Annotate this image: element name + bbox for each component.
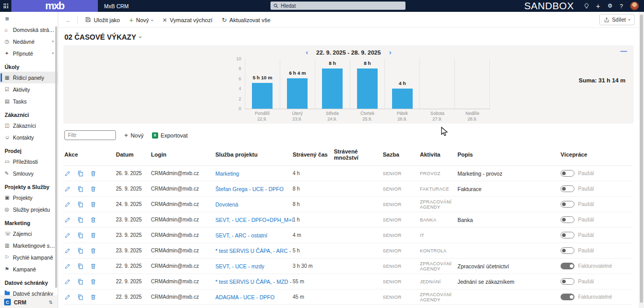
- vymazat-vychozi-button[interactable]: ✕Vymazat výchozí: [158, 15, 217, 25]
- copy-icon[interactable]: [77, 201, 83, 208]
- viceprace-toggle[interactable]: [561, 247, 574, 254]
- delete-icon[interactable]: [90, 263, 96, 269]
- sidebar-item-projekty[interactable]: ▣Projekty: [0, 192, 58, 203]
- viceprace-toggle[interactable]: [561, 263, 574, 269]
- viceprace-toggle[interactable]: [561, 185, 574, 192]
- column-header-sluzba-projektu[interactable]: Služba projektu: [215, 151, 293, 158]
- copy-icon[interactable]: [77, 170, 83, 177]
- sidebar-item-tasks[interactable]: ▤Tasks: [0, 95, 58, 107]
- area-switcher[interactable]: C CRM ⇅: [0, 296, 58, 308]
- edit-icon[interactable]: [64, 263, 71, 269]
- sidebar-scrollbar[interactable]: [55, 26, 57, 288]
- share-button[interactable]: Sdílet ›: [599, 14, 635, 25]
- sidebar-item-prilezitosti[interactable]: ▭Příležitosti: [0, 156, 58, 167]
- plus-icon[interactable]: +: [596, 3, 600, 10]
- project-service-link[interactable]: Dovolená: [215, 201, 293, 208]
- viceprace-toggle[interactable]: [561, 170, 574, 177]
- sidebar-item-rychle-kampane[interactable]: ⚐Rychlé kampaně: [0, 251, 58, 263]
- delete-icon[interactable]: [90, 232, 96, 238]
- edit-icon[interactable]: [64, 170, 71, 177]
- copy-icon[interactable]: [77, 279, 83, 285]
- user-avatar[interactable]: [630, 2, 639, 10]
- edit-icon[interactable]: [64, 201, 71, 208]
- column-header-popis[interactable]: Popis: [457, 151, 561, 158]
- column-header-viceprace[interactable]: Vícepráce: [561, 151, 633, 158]
- export-button[interactable]: X Exportovat: [152, 132, 188, 139]
- project-service-link[interactable]: ADAGMA - UCE - DPFO: [215, 294, 293, 300]
- gear-icon[interactable]: ⚙: [607, 3, 613, 9]
- sidebar-item-smlouvy[interactable]: ✎Smlouvy: [0, 167, 58, 179]
- bar-utery[interactable]: [287, 78, 308, 109]
- ulozit-jako-button[interactable]: Uložit jako: [80, 15, 125, 25]
- sidebar-item-kontakty[interactable]: ☺Kontakty: [0, 131, 58, 143]
- viceprace-toggle[interactable]: [561, 201, 574, 208]
- column-header-akce[interactable]: Akce: [64, 151, 116, 158]
- copy-icon[interactable]: [77, 248, 83, 254]
- delete-icon[interactable]: [90, 279, 96, 285]
- project-service-link[interactable]: * test SERVIS U ČÁPA, - MZD - DPFO: [215, 279, 293, 285]
- column-header-aktivita[interactable]: Aktivita: [420, 151, 457, 158]
- sidebar-item-kampane[interactable]: ⚑Kampaně: [0, 263, 58, 275]
- column-header-stravene-mnozstvi[interactable]: Strávené množství: [334, 148, 383, 161]
- delete-icon[interactable]: [90, 217, 96, 223]
- edit-icon[interactable]: [64, 186, 71, 192]
- sidebar-item-aktivity[interactable]: ☑Aktivity: [0, 83, 58, 95]
- bar-ctvrtek[interactable]: [357, 69, 378, 109]
- sidebar-item-nedavne[interactable]: ◷Nedávné˅: [0, 36, 58, 47]
- sidebar-item-zakaznici[interactable]: ◫Zákazníci: [0, 119, 58, 131]
- edit-icon[interactable]: [64, 232, 71, 238]
- viceprace-toggle[interactable]: [561, 216, 574, 223]
- sidebar-item-domovska-stranka[interactable]: ⌂Domovská stránka: [0, 24, 58, 36]
- sidebar-item-ridici-panely[interactable]: ▦Řídicí panely: [0, 72, 58, 83]
- edit-icon[interactable]: [64, 279, 71, 285]
- sidebar-item-marketingove-sez[interactable]: ▥Marketingové sez...: [0, 239, 58, 251]
- edit-icon[interactable]: [64, 294, 71, 300]
- delete-icon[interactable]: [90, 201, 96, 208]
- column-header-straveny-cas[interactable]: Strávený čas: [293, 151, 334, 158]
- project-service-link[interactable]: SEVT, - UCE - DPFO+DPH_M+KH_M: [215, 217, 293, 223]
- back-button[interactable]: ←: [62, 16, 75, 24]
- novy-button[interactable]: +Nový›: [125, 15, 158, 25]
- copy-icon[interactable]: [77, 263, 83, 269]
- edit-icon[interactable]: [64, 248, 71, 254]
- copy-icon[interactable]: [77, 232, 83, 238]
- delete-icon[interactable]: [90, 294, 96, 300]
- project-service-link[interactable]: Marketing: [215, 170, 293, 177]
- global-search-input[interactable]: Hledat: [270, 2, 405, 10]
- filter-input[interactable]: [64, 130, 116, 140]
- column-header-login[interactable]: Login: [151, 151, 215, 158]
- sidebar-item-sluzby-projektu[interactable]: ◎Služby projektu: [0, 203, 58, 215]
- bar-patek[interactable]: [392, 89, 413, 109]
- viceprace-toggle[interactable]: [561, 278, 574, 285]
- viceprace-toggle[interactable]: [561, 294, 574, 300]
- view-selector[interactable]: 02 ČASOVÉ VÝKAZY ›: [58, 28, 639, 44]
- aktualizovat-vse-button[interactable]: ↻Aktualizovat vše: [217, 15, 275, 25]
- project-service-link[interactable]: SEVT, - ARC - ostatní: [215, 232, 293, 238]
- delete-icon[interactable]: [90, 170, 96, 177]
- copy-icon[interactable]: [77, 186, 83, 192]
- bar-streda[interactable]: [322, 69, 343, 109]
- hamburger-menu-icon[interactable]: ≡: [0, 12, 58, 24]
- project-service-link[interactable]: Štefan Grega - UCE - DPFO: [215, 186, 293, 192]
- project-service-link[interactable]: SEVT, - UCE - mzdy: [215, 263, 293, 269]
- lightbulb-icon[interactable]: [584, 3, 589, 9]
- copy-icon[interactable]: [77, 217, 83, 223]
- delete-icon[interactable]: [90, 248, 96, 254]
- column-header-datum[interactable]: Datum: [116, 151, 151, 158]
- bar-pondeli[interactable]: [252, 83, 273, 109]
- vertical-scrollbar[interactable]: [640, 14, 643, 303]
- chart-prev-week-button[interactable]: ‹: [306, 49, 308, 56]
- collapse-chart-icon[interactable]: —: [620, 47, 627, 55]
- project-service-link[interactable]: * test SERVIS U ČÁPA, - ARC - DPFO: [215, 248, 293, 254]
- delete-icon[interactable]: [90, 186, 96, 192]
- app-launcher-waffle-icon[interactable]: [0, 0, 11, 12]
- viceprace-toggle[interactable]: [561, 232, 574, 238]
- mxb-logo[interactable]: mxb: [11, 0, 98, 12]
- copy-icon[interactable]: [77, 294, 83, 300]
- new-record-button[interactable]: + Nový: [124, 131, 144, 139]
- sidebar-item-pripnute[interactable]: ✦Připnuté˅: [0, 47, 58, 59]
- edit-icon[interactable]: [64, 217, 71, 223]
- help-icon[interactable]: ?: [620, 3, 623, 9]
- sidebar-item-zajemci[interactable]: ☏Zájemci: [0, 228, 58, 239]
- chart-next-week-button[interactable]: ›: [389, 49, 391, 56]
